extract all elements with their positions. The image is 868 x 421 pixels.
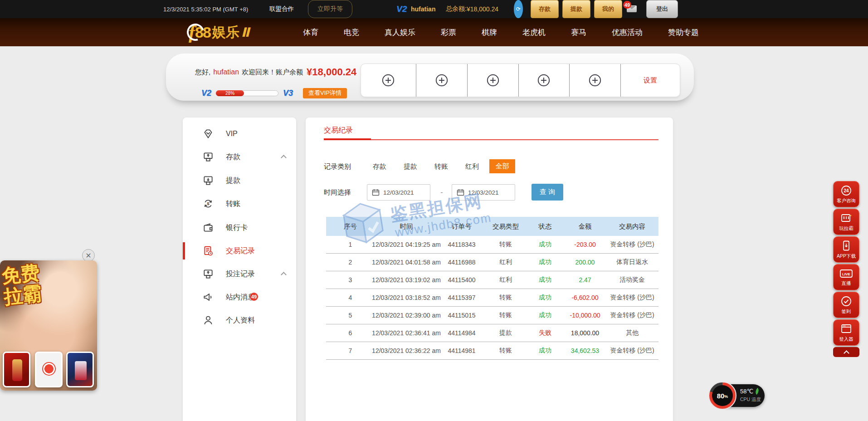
table-row: 7 12/03/2021 02:36:22 am 44114981 转账 成功 … xyxy=(326,342,658,360)
promo-thumbnails xyxy=(0,352,97,388)
nav-item[interactable]: 赞助专题 xyxy=(668,27,699,38)
quick-add-button-4[interactable] xyxy=(519,64,570,97)
nav-item[interactable]: 彩票 xyxy=(441,27,456,38)
sidebar-item-deposit[interactable]: 存款 xyxy=(183,147,296,167)
table-header-cell: 金额 xyxy=(564,217,606,236)
nav-item[interactable]: 赛马 xyxy=(571,27,586,38)
sidebar: VIP 存款 提款 $ 转账 银行卡 xyxy=(183,117,296,421)
sidebar-item-bank-card[interactable]: 银行卡 xyxy=(183,218,296,238)
quick-add-button-5[interactable] xyxy=(570,64,621,97)
nav-item[interactable]: 老虎机 xyxy=(522,27,546,38)
nav-item[interactable]: 棋牌 xyxy=(482,27,497,38)
promo-thumb-2[interactable] xyxy=(35,352,63,387)
site-logo[interactable]: f 88 娱乐 Ⅱ xyxy=(187,18,249,46)
slot-machine-button[interactable]: 玩拉霸 xyxy=(833,209,859,235)
floating-menu: 24 客户咨询 玩拉霸 APP下载 LIVE 直播 签到 登入器 xyxy=(833,181,859,357)
launcher-icon xyxy=(840,323,852,335)
live-stream-button[interactable]: LIVE 直播 xyxy=(833,264,859,290)
tab-transaction-records[interactable]: 交易纪录 xyxy=(324,124,353,137)
filter-option[interactable]: 提款 xyxy=(404,159,417,173)
promo-close-button[interactable]: ✕ xyxy=(82,249,95,262)
filter-all-button[interactable]: 全部 xyxy=(489,159,515,173)
check-in-button[interactable]: 签到 xyxy=(833,292,859,318)
quick-add-button-2[interactable] xyxy=(416,64,468,97)
account-summary-panel: 您好, hufatian 欢迎回来！账户余额 ¥18,000.24 V2 28%… xyxy=(166,54,694,101)
date-to-input[interactable]: 12/03/2021 xyxy=(452,184,515,201)
calendar-icon xyxy=(457,189,464,196)
cell-amount: 34,602.53 xyxy=(564,342,606,359)
quick-add-button-3[interactable] xyxy=(468,64,519,97)
table-row: 2 12/03/2021 04:01:58 am 44116988 红利 成功 … xyxy=(326,254,658,271)
settings-button[interactable]: 设置 xyxy=(621,64,680,97)
deposit-button[interactable]: 存款 xyxy=(531,0,559,18)
withdraw-button[interactable]: 提款 xyxy=(562,0,590,18)
cell-time: 12/03/2021 02:39:00 am xyxy=(375,307,438,324)
main-nav: 体育电竞真人娱乐彩票棋牌老虎机赛马优惠活动赞助专题 xyxy=(303,18,699,46)
quick-add-button-1[interactable] xyxy=(361,64,416,97)
cell-amount: -10,000.00 xyxy=(564,307,606,324)
topbar-username: hufatian xyxy=(411,0,435,18)
vip-progress-fill: 28% xyxy=(216,90,244,96)
filter-option[interactable]: 红利 xyxy=(465,159,479,173)
calendar-icon xyxy=(372,189,380,196)
nav-item[interactable]: 真人娱乐 xyxy=(385,27,415,38)
logout-button[interactable]: 登出 xyxy=(646,0,678,18)
transactions-table: 序号时间订单号交易类型状态金额交易内容 1 12/03/2021 04:19:2… xyxy=(326,217,658,360)
search-button[interactable]: 查 询 xyxy=(532,184,563,201)
upgrade-button[interactable]: 立即升等 xyxy=(308,0,352,18)
cell-type: 红利 xyxy=(485,254,526,271)
sidebar-item-bet-records[interactable]: 投注记录 xyxy=(183,264,296,284)
collapse-menu-button[interactable] xyxy=(833,347,859,357)
date-from-input[interactable]: 12/03/2021 xyxy=(367,184,430,201)
mine-button[interactable]: 我的 xyxy=(594,0,622,18)
sidebar-item-vip[interactable]: VIP xyxy=(183,124,296,144)
promo-thumb-1[interactable] xyxy=(3,352,30,387)
nav-item[interactable]: 优惠活动 xyxy=(612,27,643,38)
cell-no: 7 xyxy=(326,342,375,359)
deposit-icon xyxy=(202,151,215,163)
table-header-cell: 时间 xyxy=(375,217,438,236)
launcher-button[interactable]: 登入器 xyxy=(833,319,859,346)
table-row: 6 12/03/2021 02:36:41 am 44114984 提款 失败 … xyxy=(326,324,658,342)
vip-level-icon: V2 xyxy=(396,0,407,18)
cell-time: 12/03/2021 03:19:02 am xyxy=(375,271,438,289)
greeting: 您好, hufatian 欢迎回来！账户余额 ¥18,000.24 xyxy=(195,65,369,79)
cpu-widget: 80% 58℃ CPU 温度 xyxy=(717,384,765,407)
filter-option[interactable]: 存款 xyxy=(373,159,386,173)
chevron-up-icon xyxy=(281,272,287,278)
sidebar-item-transfer[interactable]: $ 转账 xyxy=(183,194,296,214)
svg-text:24: 24 xyxy=(844,188,849,193)
sidebar-item-profile[interactable]: 个人资料 xyxy=(183,310,296,330)
leaf-icon xyxy=(754,388,761,395)
cell-order-id: 44118343 xyxy=(438,236,485,253)
customer-service-button[interactable]: 24 客户咨询 xyxy=(833,181,859,207)
balance-text: 总余额:¥18,000.24 xyxy=(446,0,498,18)
cell-type: 转账 xyxy=(485,342,526,359)
nav-item[interactable]: 体育 xyxy=(303,27,318,38)
promo-thumb-3[interactable] xyxy=(66,352,94,387)
transaction-records-panel: 交易纪录 记录类别 存款提款转账红利 全部 时间选择 12/03/2021 - … xyxy=(306,117,673,421)
filter-option[interactable]: 转账 xyxy=(434,159,448,173)
table-header-cell: 状态 xyxy=(526,217,564,236)
cell-content: 活动奖金 xyxy=(606,271,658,289)
table-row: 5 12/03/2021 02:39:00 am 44115015 转账 成功 … xyxy=(326,307,658,324)
nav-item[interactable]: 电竞 xyxy=(344,27,359,38)
transaction-record-icon xyxy=(202,245,215,257)
vip-detail-button[interactable]: 查看VIP详情 xyxy=(303,88,347,98)
alliance-link[interactable]: 联盟合作 xyxy=(269,0,294,18)
cell-order-id: 44115397 xyxy=(438,289,485,306)
cell-type: 红利 xyxy=(485,271,526,289)
cell-no: 6 xyxy=(326,324,375,342)
cell-no: 1 xyxy=(326,236,375,253)
cell-order-id: 44114981 xyxy=(438,342,485,359)
cell-order-id: 44114984 xyxy=(438,324,485,342)
sidebar-item-messages[interactable]: 站内消息 49 xyxy=(183,287,296,307)
sidebar-item-transaction-records[interactable]: 交易记录 xyxy=(183,241,296,261)
cell-amount: 18,000.00 xyxy=(564,324,606,342)
table-header-cell: 订单号 xyxy=(438,217,485,236)
service-24h-icon: 24 xyxy=(840,185,852,196)
sidebar-item-withdraw[interactable]: 提款 xyxy=(183,171,296,191)
refresh-balance-icon[interactable]: ⟳ xyxy=(514,0,523,18)
svg-text:$: $ xyxy=(207,201,210,206)
app-download-button[interactable]: APP下载 xyxy=(833,236,859,263)
